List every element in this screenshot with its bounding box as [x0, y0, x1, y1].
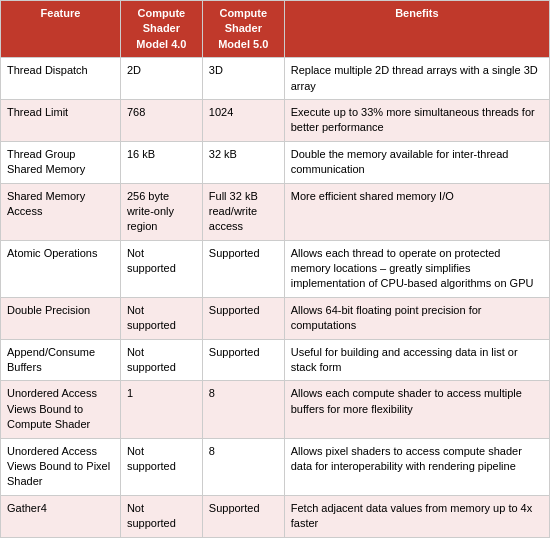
table-row: Unordered Access Views Bound to Compute …: [1, 381, 550, 438]
cell-feature: Unordered Access Views Bound to Compute …: [1, 381, 121, 438]
cell-feature: Atomic Operations: [1, 240, 121, 297]
cell-cs4: 256 byte write-only region: [120, 183, 202, 240]
cell-cs5: 1024: [202, 99, 284, 141]
cell-cs5: 32 kB: [202, 141, 284, 183]
cell-benefits: Execute up to 33% more simultaneous thre…: [284, 99, 549, 141]
header-feature: Feature: [1, 1, 121, 58]
cell-cs5: 8: [202, 381, 284, 438]
table-row: Append/Consume BuffersNot supportedSuppo…: [1, 339, 550, 381]
cell-feature: Thread Limit: [1, 99, 121, 141]
cell-benefits: Useful for building and accessing data i…: [284, 339, 549, 381]
cell-benefits: Allows each compute shader to access mul…: [284, 381, 549, 438]
cell-cs5: Supported: [202, 297, 284, 339]
cell-cs4: 16 kB: [120, 141, 202, 183]
cell-feature: Gather4: [1, 495, 121, 537]
table-row: Unordered Access Views Bound to Pixel Sh…: [1, 438, 550, 495]
cell-cs5: Supported: [202, 495, 284, 537]
cell-feature: Double Precision: [1, 297, 121, 339]
cell-cs4: 2D: [120, 58, 202, 100]
comparison-table: Feature Compute Shader Model 4.0 Compute…: [0, 0, 550, 538]
cell-cs5: 8: [202, 438, 284, 495]
cell-benefits: Allows 64-bit floating point precision f…: [284, 297, 549, 339]
cell-feature: Append/Consume Buffers: [1, 339, 121, 381]
table-row: Gather4Not supportedSupportedFetch adjac…: [1, 495, 550, 537]
cell-benefits: Double the memory available for inter-th…: [284, 141, 549, 183]
table-row: Shared Memory Access256 byte write-only …: [1, 183, 550, 240]
cell-benefits: Replace multiple 2D thread arrays with a…: [284, 58, 549, 100]
cell-benefits: Allows each thread to operate on protect…: [284, 240, 549, 297]
table-row: Thread Group Shared Memory16 kB32 kBDoub…: [1, 141, 550, 183]
cell-benefits: More efficient shared memory I/O: [284, 183, 549, 240]
cell-feature: Unordered Access Views Bound to Pixel Sh…: [1, 438, 121, 495]
cell-cs5: Supported: [202, 339, 284, 381]
cell-cs4: Not supported: [120, 438, 202, 495]
cell-feature: Thread Dispatch: [1, 58, 121, 100]
cell-benefits: Fetch adjacent data values from memory u…: [284, 495, 549, 537]
header-cs5: Compute Shader Model 5.0: [202, 1, 284, 58]
header-benefits: Benefits: [284, 1, 549, 58]
cell-cs4: Not supported: [120, 240, 202, 297]
cell-feature: Shared Memory Access: [1, 183, 121, 240]
table-row: Atomic OperationsNot supportedSupportedA…: [1, 240, 550, 297]
cell-cs4: Not supported: [120, 495, 202, 537]
cell-cs4: Not supported: [120, 297, 202, 339]
cell-cs5: Supported: [202, 240, 284, 297]
cell-cs4: 768: [120, 99, 202, 141]
table-row: Thread Limit7681024Execute up to 33% mor…: [1, 99, 550, 141]
table-row: Thread Dispatch2D3DReplace multiple 2D t…: [1, 58, 550, 100]
cell-feature: Thread Group Shared Memory: [1, 141, 121, 183]
cell-cs5: Full 32 kB read/write access: [202, 183, 284, 240]
cell-benefits: Allows pixel shaders to access compute s…: [284, 438, 549, 495]
cell-cs4: Not supported: [120, 339, 202, 381]
table-row: Double PrecisionNot supportedSupportedAl…: [1, 297, 550, 339]
header-cs4: Compute Shader Model 4.0: [120, 1, 202, 58]
cell-cs4: 1: [120, 381, 202, 438]
cell-cs5: 3D: [202, 58, 284, 100]
